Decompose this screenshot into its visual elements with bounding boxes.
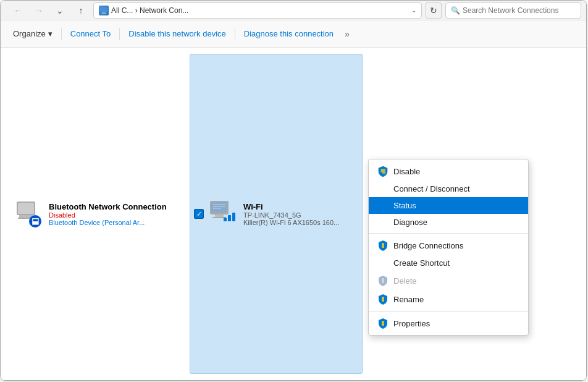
svg-rect-22 [382,297,384,302]
context-menu-bridge[interactable]: Bridge Connections [369,236,528,255]
context-menu-shortcut[interactable]: Create Shortcut [369,255,528,271]
context-menu-separator-1 [369,233,528,234]
context-menu-connect-disconnect[interactable]: Connect / Disconnect [369,180,528,197]
organize-arrow-icon: ▾ [48,29,52,38]
search-bar[interactable]: 🔍 [445,2,581,19]
context-menu-diagnose[interactable]: Diagnose [369,214,528,231]
bluetooth-connection-item[interactable]: ⬓ Bluetooth Network Connection Disabled … [7,54,180,374]
refresh-button[interactable]: ↻ [426,2,442,19]
back-button[interactable]: ← [9,2,27,19]
context-delete-label: Delete [393,276,417,286]
main-window: ← → ⌄ ↑ All C... › Network Con... ⌄ ↻ 🔍 [0,0,587,381]
diagnose-label: Diagnose this connection [244,29,334,38]
wifi-ssid: TP-LINK_7434_5G [243,211,356,219]
context-properties-label: Properties [393,319,430,328]
wifi-icon [208,199,237,229]
svg-rect-23 [382,321,384,326]
bluetooth-detail: Bluetooth Device (Personal Ar... [49,219,174,226]
context-menu-status[interactable]: Status [369,197,528,214]
wifi-connection-item[interactable]: ✓ [190,54,363,374]
context-menu-disable[interactable]: Disable [369,162,528,180]
disable-label: Disable this network device [128,29,226,38]
organize-label: Organize [13,29,46,38]
svg-text:⬓: ⬓ [32,216,39,226]
svg-rect-19 [382,169,385,174]
toolbar-divider-1 [61,28,62,40]
context-diagnose-label: Diagnose [393,218,427,227]
svg-rect-14 [215,214,224,217]
breadcrumb-text: All C... › Network Con... [111,6,409,15]
title-bar: ← → ⌄ ↑ All C... › Network Con... ⌄ ↻ 🔍 [1,1,586,20]
shield-delete-icon [377,275,388,286]
svg-rect-0 [100,7,107,12]
search-input[interactable] [463,6,576,15]
disable-network-button[interactable]: Disable this network device [122,24,232,44]
bluetooth-info: Bluetooth Network Connection Disabled Bl… [49,202,174,226]
address-dropdown-icon[interactable]: ⌄ [411,7,416,14]
organize-button[interactable]: Organize ▾ [7,24,59,44]
context-menu-rename[interactable]: Rename [369,290,528,308]
svg-rect-4 [18,203,34,214]
address-icon [99,6,109,15]
search-icon: 🔍 [451,6,460,15]
toolbar: Organize ▾ Connect To Disable this netwo… [1,20,586,48]
address-bar[interactable]: All C... › Network Con... ⌄ [93,2,422,19]
context-connect-label: Connect / Disconnect [393,184,470,193]
toolbar-divider-2 [119,28,120,40]
shield-rename-icon [377,294,388,305]
context-menu-separator-2 [369,311,528,312]
svg-rect-21 [382,278,384,283]
svg-rect-17 [228,215,231,221]
svg-rect-10 [211,202,227,213]
history-dropdown-button[interactable]: ⌄ [51,2,69,19]
shield-disable-icon [377,166,388,177]
svg-rect-18 [232,213,235,221]
context-menu-properties[interactable]: Properties [369,314,528,333]
context-menu-delete: Delete [369,271,528,290]
bluetooth-name: Bluetooth Network Connection [49,202,174,211]
forward-button[interactable]: → [30,2,48,19]
diagnose-button[interactable]: Diagnose this connection [238,24,340,44]
context-status-label: Status [393,201,416,210]
toolbar-divider-3 [235,28,235,40]
shield-properties-icon [377,318,388,329]
context-disable-label: Disable [393,167,420,176]
wifi-name: Wi-Fi [243,202,356,211]
bluetooth-icon: ⬓ [13,199,43,229]
context-bridge-label: Bridge Connections [393,241,463,250]
wifi-adapter: Killer(R) Wi-Fi 6 AX1650s 160... [243,219,356,226]
connect-to-button[interactable]: Connect To [64,24,117,44]
context-shortcut-label: Create Shortcut [393,258,450,268]
svg-rect-2 [101,14,107,14]
up-button[interactable]: ↑ [72,2,90,19]
svg-rect-20 [382,243,384,248]
toolbar-more-button[interactable]: » [341,29,353,39]
svg-rect-16 [224,218,227,221]
content-area: ⬓ Bluetooth Network Connection Disabled … [1,48,586,380]
wifi-check-icon: ✓ [194,209,204,219]
connect-to-label: Connect To [70,29,111,38]
svg-rect-1 [102,12,106,14]
context-rename-label: Rename [393,295,424,304]
bluetooth-status: Disabled [49,211,174,219]
wifi-info: Wi-Fi TP-LINK_7434_5G Killer(R) Wi-Fi 6 … [243,202,356,226]
shield-bridge-icon [377,240,388,251]
context-menu: Disable Connect / Disconnect Status Diag… [368,159,529,336]
